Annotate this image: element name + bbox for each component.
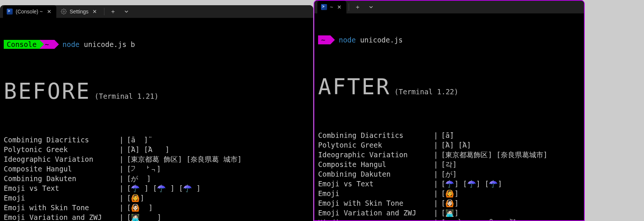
row-value: [ᄀ ᅡᆨ] <box>127 164 310 174</box>
output-row: Combining Diacritics| [ā̈] <box>318 130 580 140</box>
tab-dropdown-button[interactable] <box>120 5 133 18</box>
row-label: Ideographic Variation <box>318 150 434 160</box>
row-label: Composite Hangul <box>4 164 119 174</box>
command-args: unicode.js <box>360 35 403 45</box>
terminal-window-before: (Console) ~ ✕ Settings ✕ ＋ Console~ node <box>0 5 313 221</box>
close-icon[interactable]: ✕ <box>91 8 98 15</box>
row-label: Combining Dakuten <box>318 169 434 179</box>
prompt-segment-console: Console <box>4 40 40 49</box>
row-label: Emoji with Skin Tone <box>4 203 119 212</box>
terminal-body[interactable]: ~ node unicode.js AFTER (Terminal 1.22) … <box>314 13 584 221</box>
tab-separator <box>104 8 104 15</box>
row-value: [Ἀ] [Ἀ] <box>441 140 580 150</box>
row-value: [が ] <box>127 174 310 183</box>
row-separator: | <box>434 189 441 198</box>
row-label: Ideographic Variation <box>4 154 119 164</box>
row-label: Composite Hangul <box>318 160 434 169</box>
tab-label: (Console) ~ <box>16 9 43 15</box>
output-row: Emoji| [🙆] <box>318 189 580 198</box>
tab-bar: ~ ✕ ＋ <box>314 1 584 13</box>
prompt-arrow <box>40 40 44 49</box>
output-row: Ideographic Variation| [東京都葛飾区] [奈良県葛城市] <box>318 150 580 160</box>
row-separator: | <box>119 145 127 154</box>
row-separator: | <box>434 198 441 208</box>
new-tab-button[interactable]: ＋ <box>107 5 119 18</box>
output-row: Emoji with Skin Tone| [🙆🏻] <box>318 198 580 208</box>
output-rows: Combining Diacritics| [ā ]̈ Polytonic Gr… <box>4 135 310 221</box>
row-value: [☂️ ] [☂️ ] [☂️ ] <box>127 183 310 193</box>
powershell-icon <box>321 4 327 10</box>
row-separator: | <box>434 208 441 218</box>
row-value: [🧑🏻‍💻 ] <box>127 212 310 221</box>
output-row: Hindi| [अनुच्छेद १. सभी मनुष्यों] <box>318 218 580 221</box>
row-value: [Ἀ] [Ἀ ] <box>127 145 310 154</box>
prompt-segment-path: ~ <box>318 35 330 44</box>
row-label: Emoji Variation and ZWJ <box>318 208 434 218</box>
row-separator: | <box>119 203 127 212</box>
terminal-window-after: ~ ✕ ＋ ~ node unicode.js AFTER (Terminal … <box>314 0 585 221</box>
tab-console[interactable]: ~ ✕ <box>317 1 346 13</box>
row-label: Hindi <box>318 218 434 221</box>
row-label: Emoji vs Text <box>318 179 434 189</box>
tab-bar: (Console) ~ ✕ Settings ✕ ＋ <box>0 5 313 18</box>
gear-icon <box>61 9 67 15</box>
new-tab-button[interactable]: ＋ <box>351 1 364 13</box>
output-row: Emoji vs Text| [☂️ ] [☂️ ] [☂️ ] <box>4 183 310 193</box>
tab-dropdown-button[interactable] <box>365 1 377 13</box>
output-row: Composite Hangul| [ᄀ ᅡᆨ] <box>4 164 310 174</box>
close-icon[interactable]: ✕ <box>46 8 53 15</box>
row-separator: | <box>434 160 441 169</box>
row-value: [ā ]̈ <box>127 135 310 145</box>
row-separator: | <box>119 193 127 203</box>
powershell-icon <box>7 9 13 15</box>
row-separator: | <box>434 179 441 189</box>
row-value: [東京都葛飾区] [奈良県葛城市] <box>441 150 580 160</box>
row-value: [🧑🏻‍💻] <box>441 208 580 218</box>
command-name: node <box>339 35 356 45</box>
row-value: [ā̈] <box>441 130 580 140</box>
tab-separator <box>349 3 349 11</box>
chevron-down-icon <box>124 9 129 14</box>
prompt-arrow <box>54 40 59 49</box>
row-value: [☂️] [☂️] [☂️] <box>441 179 580 189</box>
svg-point-0 <box>63 11 65 12</box>
row-label: Emoji <box>4 193 119 203</box>
row-separator: | <box>119 154 127 164</box>
row-value: [東京都葛 飾区] [奈良県葛 城市] <box>127 154 310 164</box>
close-icon[interactable]: ✕ <box>336 4 343 10</box>
prompt-line: Console~ node unicode.js b <box>4 40 310 49</box>
row-value: [🙆] <box>127 193 310 203</box>
row-separator: | <box>434 218 441 221</box>
heading-version: (Terminal 1.22) <box>395 87 459 97</box>
row-label: Polytonic Greek <box>4 145 119 154</box>
tab-label: ~ <box>330 4 333 10</box>
row-label: Emoji with Skin Tone <box>318 198 434 208</box>
tab-label: Settings <box>70 9 89 15</box>
row-separator: | <box>119 212 127 221</box>
tab-settings[interactable]: Settings ✕ <box>57 5 102 18</box>
output-row: Emoji with Skin Tone| [🙆🏻 ] <box>4 203 310 212</box>
row-value: [🙆🏻 ] <box>127 203 310 212</box>
output-row: Emoji Variation and ZWJ| [🧑🏻‍💻 ] <box>4 212 310 221</box>
row-separator: | <box>434 140 441 150</box>
terminal-body[interactable]: Console~ node unicode.js b BEFORE (Termi… <box>0 18 313 221</box>
tab-console[interactable]: (Console) ~ ✕ <box>3 5 56 18</box>
row-value: [🙆🏻] <box>441 198 580 208</box>
row-label: Emoji vs Text <box>4 183 119 193</box>
chevron-down-icon <box>369 5 373 9</box>
heading-row: AFTER (Terminal 1.22) <box>318 76 580 98</box>
row-label: Combining Diacritics <box>318 130 434 140</box>
heading-version: (Terminal 1.21) <box>95 91 159 101</box>
row-separator: | <box>119 135 127 145</box>
row-value: [अनुच्छेद १. सभी मनुष्यों] <box>441 218 580 221</box>
output-row: Combining Diacritics| [ā ]̈ <box>4 135 310 145</box>
output-row: Emoji vs Text| [☂️] [☂️] [☂️] <box>318 179 580 189</box>
row-value: [🙆] <box>441 189 580 198</box>
row-separator: | <box>119 174 127 183</box>
output-row: Combining Dakuten| [が ] <box>4 174 310 183</box>
command-name: node <box>63 40 80 49</box>
row-value: [が] <box>441 169 580 179</box>
output-row: Emoji| [🙆] <box>4 193 310 203</box>
output-row: Polytonic Greek| [Ἀ] [Ἀ ] <box>4 145 310 154</box>
output-row: Polytonic Greek| [Ἀ] [Ἀ] <box>318 140 580 150</box>
